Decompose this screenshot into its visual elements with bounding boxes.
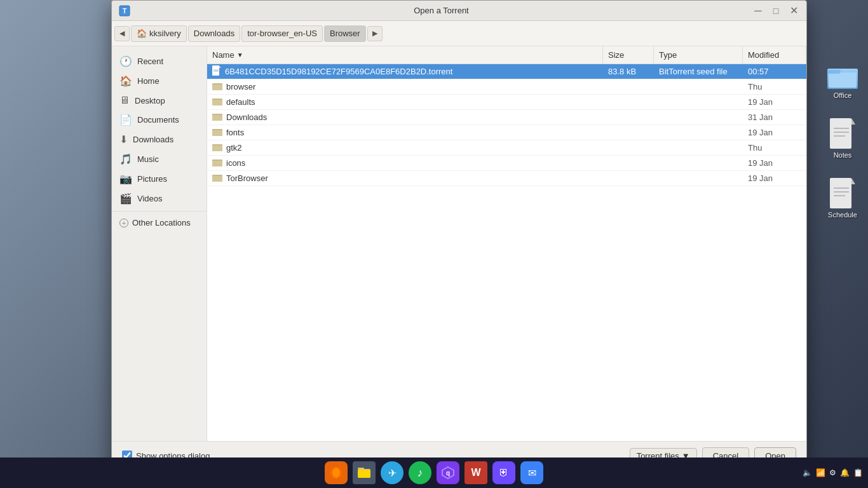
col-header-size[interactable]: Size xyxy=(603,46,654,64)
col-header-type[interactable]: Type xyxy=(654,46,743,64)
svg-rect-38 xyxy=(212,161,222,166)
sidebar-item-downloads[interactable]: ⬇ Downloads xyxy=(112,130,207,149)
col-header-name[interactable]: Name ▼ xyxy=(207,46,603,64)
dialog-app-icon: T xyxy=(117,3,132,18)
recent-icon: 🕐 xyxy=(119,55,132,67)
file-size-text xyxy=(603,171,654,186)
taskbar-audio-icon[interactable]: 🔈 xyxy=(803,468,812,477)
sidebar-item-home[interactable]: 🏠 Home xyxy=(112,71,207,91)
minimize-button[interactable]: ─ xyxy=(750,3,766,18)
desktop-icons: Office Notes Schedule xyxy=(817,64,868,219)
file-name-text: icons xyxy=(226,158,598,168)
file-row[interactable]: Downloads31 Jan xyxy=(207,110,806,125)
file-type-text xyxy=(654,171,743,186)
sidebar-item-desktop[interactable]: 🖥 Desktop xyxy=(112,91,207,110)
sidebar-documents-label: Documents xyxy=(137,115,179,125)
desktop-icon-office[interactable]: Office xyxy=(827,64,858,99)
file-type-text xyxy=(654,140,743,155)
col-header-modified[interactable]: Modified xyxy=(743,46,806,64)
file-name-text: TorBrowser xyxy=(226,173,598,183)
sidebar-divider xyxy=(112,211,207,212)
file-row[interactable]: browserThu xyxy=(207,79,806,95)
taskbar-files[interactable] xyxy=(353,461,376,484)
file-modified-text: 19 Jan xyxy=(743,125,806,140)
desktop-icon-notes[interactable]: Notes xyxy=(830,118,855,159)
breadcrumb-downloads[interactable]: Downloads xyxy=(188,25,240,42)
folder-icon xyxy=(212,112,222,123)
breadcrumb-kksilvery-label: kksilvery xyxy=(149,29,181,38)
svg-marker-6 xyxy=(851,118,855,125)
file-name-text: 6B481CCD35D15D98192CE72F9569CA0E8F6D2B2D… xyxy=(225,67,598,76)
svg-rect-17 xyxy=(212,65,219,76)
file-row[interactable]: TorBrowser19 Jan xyxy=(207,171,806,186)
breadcrumb-home[interactable]: 🏠 kksilvery xyxy=(131,25,187,42)
close-button[interactable]: ✕ xyxy=(786,3,801,18)
col-type-label: Type xyxy=(659,50,677,60)
file-row[interactable]: 6B481CCD35D15D98192CE72F9569CA0E8F6D2B2D… xyxy=(207,64,806,79)
file-row[interactable]: icons19 Jan xyxy=(207,156,806,171)
svg-rect-10 xyxy=(830,178,851,208)
sidebar-recent-label: Recent xyxy=(137,57,163,66)
file-size-text xyxy=(603,79,654,94)
file-modified-text: 00:57 xyxy=(743,64,806,79)
file-rows-container: 6B481CCD35D15D98192CE72F9569CA0E8F6D2B2D… xyxy=(207,64,806,186)
svg-text:T: T xyxy=(123,8,126,15)
breadcrumb-browser[interactable]: Browser xyxy=(324,25,366,42)
breadcrumb-tor-browser[interactable]: tor-browser_en-US xyxy=(241,25,323,42)
taskbar-firefox[interactable] xyxy=(325,461,348,484)
music-icon: 🎵 xyxy=(119,153,132,165)
breadcrumb-back-button[interactable]: ◀ xyxy=(114,26,130,41)
breadcrumb-forward-button[interactable]: ▶ xyxy=(367,26,383,41)
downloads-icon: ⬇ xyxy=(119,133,128,146)
svg-rect-45 xyxy=(358,470,370,478)
taskbar-protonvpn[interactable]: ⛨ xyxy=(492,461,515,484)
taskbar-notification-icon[interactable]: 🔔 xyxy=(840,468,850,477)
taskbar-bittorrent[interactable]: q xyxy=(437,461,459,484)
sidebar-item-pictures[interactable]: 📷 Pictures xyxy=(112,169,207,189)
sidebar-music-label: Music xyxy=(137,154,159,164)
folder-icon xyxy=(212,143,222,153)
sidebar-item-documents[interactable]: 📄 Documents xyxy=(112,110,207,130)
svg-rect-29 xyxy=(212,115,222,121)
pictures-icon: 📷 xyxy=(119,173,132,185)
taskbar-clipboard-icon[interactable]: 📋 xyxy=(853,468,863,477)
file-name-text: gtk2 xyxy=(226,143,598,152)
file-type-text: BitTorrent seed file xyxy=(654,64,743,79)
documents-icon: 📄 xyxy=(119,114,132,126)
breadcrumb-browser-label: Browser xyxy=(330,29,360,38)
folder-icon xyxy=(212,128,222,138)
svg-rect-26 xyxy=(212,100,222,105)
taskbar-wps[interactable]: W xyxy=(465,461,487,484)
file-type-text xyxy=(654,110,743,125)
sidebar-item-videos[interactable]: 🎬 Videos xyxy=(112,189,207,208)
taskbar-spotify[interactable]: ♪ xyxy=(409,461,431,484)
sidebar-item-music[interactable]: 🎵 Music xyxy=(112,149,207,169)
file-row[interactable]: gtk2Thu xyxy=(207,140,806,156)
svg-rect-43 xyxy=(358,468,364,469)
home-breadcrumb-icon: 🏠 xyxy=(137,29,147,38)
file-name-text: defaults xyxy=(226,97,598,107)
file-type-text xyxy=(654,125,743,140)
svg-rect-23 xyxy=(212,85,222,90)
taskbar-mailspring[interactable]: ✉ xyxy=(520,461,543,484)
desktop-icon-schedule[interactable]: Schedule xyxy=(828,178,857,219)
file-modified-text: Thu xyxy=(743,140,806,155)
sidebar-desktop-label: Desktop xyxy=(135,96,165,105)
content-area: 🕐 Recent 🏠 Home 🖥 Desktop 📄 Documents ⬇ xyxy=(112,46,806,441)
file-list-area: Name ▼ Size Type Modified 6B481CCD35D15D… xyxy=(207,46,806,441)
sidebar-item-other-locations[interactable]: + Other Locations xyxy=(112,214,207,231)
taskbar-settings-icon[interactable]: ⚙ xyxy=(829,468,836,477)
svg-rect-41 xyxy=(212,176,222,182)
maximize-button[interactable]: □ xyxy=(768,3,783,18)
sidebar: 🕐 Recent 🏠 Home 🖥 Desktop 📄 Documents ⬇ xyxy=(112,46,207,441)
file-row[interactable]: fonts19 Jan xyxy=(207,125,806,140)
file-document-icon xyxy=(212,65,221,78)
taskbar-wifi-icon[interactable]: 📶 xyxy=(816,468,825,477)
office-icon-label: Office xyxy=(834,92,852,99)
dialog-title: Open a Torrent xyxy=(132,6,750,15)
taskbar-telegram[interactable]: ✈ xyxy=(381,461,403,484)
svg-rect-3 xyxy=(829,72,857,88)
sidebar-item-recent[interactable]: 🕐 Recent xyxy=(112,51,207,71)
file-row[interactable]: defaults19 Jan xyxy=(207,95,806,110)
notes-icon-label: Notes xyxy=(834,151,852,159)
